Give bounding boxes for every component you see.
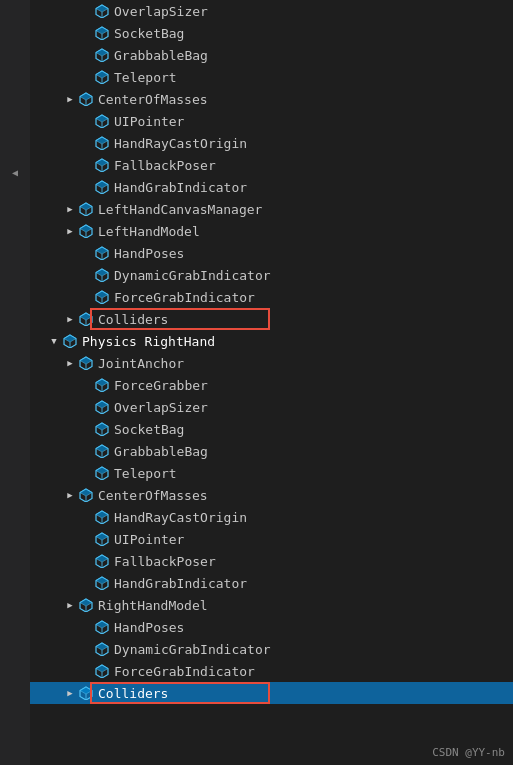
tree-item-rightHandModel[interactable]: RightHandModel	[30, 594, 513, 616]
item-label-physicsRightHand: Physics RightHand	[82, 334, 215, 349]
tree-item-grabbableBag1[interactable]: GrabbableBag	[30, 44, 513, 66]
sidebar-collapse-icon[interactable]: ◀	[3, 160, 27, 184]
item-label-handGrabIndicator1: HandGrabIndicator	[114, 180, 247, 195]
tree-item-physicsRightHand[interactable]: Physics RightHand	[30, 330, 513, 352]
tree-item-colliders1[interactable]: Colliders	[30, 308, 513, 330]
tree-item-colliders2[interactable]: Colliders	[30, 682, 513, 704]
tree-item-forceGrabIndicator2[interactable]: ForceGrabIndicator	[30, 660, 513, 682]
cube-icon-forceGrabIndicator1	[94, 289, 110, 305]
item-label-centerOfMasses2: CenterOfMasses	[98, 488, 208, 503]
cube-icon-uiPointer1	[94, 113, 110, 129]
tree-item-handRayCastOrigin2[interactable]: HandRayCastOrigin	[30, 506, 513, 528]
cube-icon-fallbackPoser1	[94, 157, 110, 173]
tree-item-handPoses2[interactable]: HandPoses	[30, 616, 513, 638]
tree-item-dynamicGrabIndicator1[interactable]: DynamicGrabIndicator	[30, 264, 513, 286]
item-label-centerOfMasses1: CenterOfMasses	[98, 92, 208, 107]
cube-icon-colliders1	[78, 311, 94, 327]
cube-icon-rightHandModel	[78, 597, 94, 613]
cube-icon-centerOfMasses1	[78, 91, 94, 107]
svg-marker-22	[96, 159, 108, 166]
item-label-uiPointer2: UIPointer	[114, 532, 184, 547]
item-label-uiPointer1: UIPointer	[114, 114, 184, 129]
tree-arrow-jointAnchor[interactable]	[62, 355, 78, 371]
tree-item-grabbableBag2[interactable]: GrabbableBag	[30, 440, 513, 462]
svg-marker-37	[96, 269, 108, 276]
cube-icon-dynamicGrabIndicator1	[94, 267, 110, 283]
cube-icon-handPoses2	[94, 619, 110, 635]
cube-icon-overlapSizer	[94, 3, 110, 19]
svg-marker-25	[96, 181, 108, 188]
tree-arrow-colliders2[interactable]	[62, 685, 78, 701]
item-label-leftHandModel: LeftHandModel	[98, 224, 200, 239]
svg-marker-85	[96, 621, 108, 628]
tree-arrow-centerOfMasses2[interactable]	[62, 487, 78, 503]
tree-item-socketBag1[interactable]: SocketBag	[30, 22, 513, 44]
cube-icon-physicsRightHand	[62, 333, 78, 349]
tree-item-handGrabIndicator1[interactable]: HandGrabIndicator	[30, 176, 513, 198]
svg-marker-94	[80, 687, 92, 694]
cube-icon-colliders2	[78, 685, 94, 701]
item-label-fallbackPoser2: FallbackPoser	[114, 554, 216, 569]
tree-item-centerOfMasses2[interactable]: CenterOfMasses	[30, 484, 513, 506]
svg-marker-43	[80, 313, 92, 320]
tree-item-leftHandModel[interactable]: LeftHandModel	[30, 220, 513, 242]
tree-item-handRayCastOrigin1[interactable]: HandRayCastOrigin	[30, 132, 513, 154]
cube-icon-teleport2	[94, 465, 110, 481]
tree-arrow-colliders1[interactable]	[62, 311, 78, 327]
tree-item-uiPointer1[interactable]: UIPointer	[30, 110, 513, 132]
item-label-colliders2: Colliders	[98, 686, 168, 701]
cube-icon-handGrabIndicator1	[94, 179, 110, 195]
svg-marker-67	[80, 489, 92, 496]
tree-item-handPoses1[interactable]: HandPoses	[30, 242, 513, 264]
item-label-jointAnchor: JointAnchor	[98, 356, 184, 371]
item-label-dynamicGrabIndicator1: DynamicGrabIndicator	[114, 268, 271, 283]
cube-icon-overlapSizer2	[94, 399, 110, 415]
item-label-handRayCastOrigin2: HandRayCastOrigin	[114, 510, 247, 525]
tree-arrow-centerOfMasses1[interactable]	[62, 91, 78, 107]
item-label-grabbableBag1: GrabbableBag	[114, 48, 208, 63]
item-label-handGrabIndicator2: HandGrabIndicator	[114, 576, 247, 591]
tree-item-uiPointer2[interactable]: UIPointer	[30, 528, 513, 550]
item-label-grabbableBag2: GrabbableBag	[114, 444, 208, 459]
item-label-teleport1: Teleport	[114, 70, 177, 85]
svg-marker-58	[96, 423, 108, 430]
tree-item-fallbackPoser2[interactable]: FallbackPoser	[30, 550, 513, 572]
tree-arrow-rightHandModel[interactable]	[62, 597, 78, 613]
tree-item-fallbackPoser1[interactable]: FallbackPoser	[30, 154, 513, 176]
tree-item-socketBag2[interactable]: SocketBag	[30, 418, 513, 440]
tree-item-jointAnchor[interactable]: JointAnchor	[30, 352, 513, 374]
cube-icon-dynamicGrabIndicator2	[94, 641, 110, 657]
tree-item-centerOfMasses1[interactable]: CenterOfMasses	[30, 88, 513, 110]
tree-item-leftHandCanvasManager[interactable]: LeftHandCanvasManager	[30, 198, 513, 220]
tree-arrow-leftHandCanvasManager[interactable]	[62, 201, 78, 217]
svg-marker-73	[96, 533, 108, 540]
svg-marker-55	[96, 401, 108, 408]
item-label-handPoses1: HandPoses	[114, 246, 184, 261]
svg-marker-7	[96, 49, 108, 56]
cube-icon-forceGrabber	[94, 377, 110, 393]
svg-marker-76	[96, 555, 108, 562]
tree-item-teleport1[interactable]: Teleport	[30, 66, 513, 88]
svg-marker-4	[96, 27, 108, 34]
svg-marker-40	[96, 291, 108, 298]
cube-icon-leftHandModel	[78, 223, 94, 239]
svg-marker-10	[96, 71, 108, 78]
svg-marker-91	[96, 665, 108, 672]
tree-item-overlapSizer2[interactable]: OverlapSizer	[30, 396, 513, 418]
cube-icon-handPoses1	[94, 245, 110, 261]
cube-icon-handRayCastOrigin2	[94, 509, 110, 525]
tree-item-teleport2[interactable]: Teleport	[30, 462, 513, 484]
svg-marker-70	[96, 511, 108, 518]
tree-arrow-physicsRightHand[interactable]	[46, 333, 62, 349]
tree-item-forceGrabIndicator1[interactable]: ForceGrabIndicator	[30, 286, 513, 308]
svg-marker-64	[96, 467, 108, 474]
tree-item-handGrabIndicator2[interactable]: HandGrabIndicator	[30, 572, 513, 594]
cube-icon-centerOfMasses2	[78, 487, 94, 503]
tree-item-dynamicGrabIndicator2[interactable]: DynamicGrabIndicator	[30, 638, 513, 660]
item-label-forceGrabIndicator1: ForceGrabIndicator	[114, 290, 255, 305]
svg-marker-16	[96, 115, 108, 122]
tree-arrow-leftHandModel[interactable]	[62, 223, 78, 239]
item-label-rightHandModel: RightHandModel	[98, 598, 208, 613]
tree-item-overlapSizer[interactable]: OverlapSizer	[30, 0, 513, 22]
tree-item-forceGrabber[interactable]: ForceGrabber	[30, 374, 513, 396]
